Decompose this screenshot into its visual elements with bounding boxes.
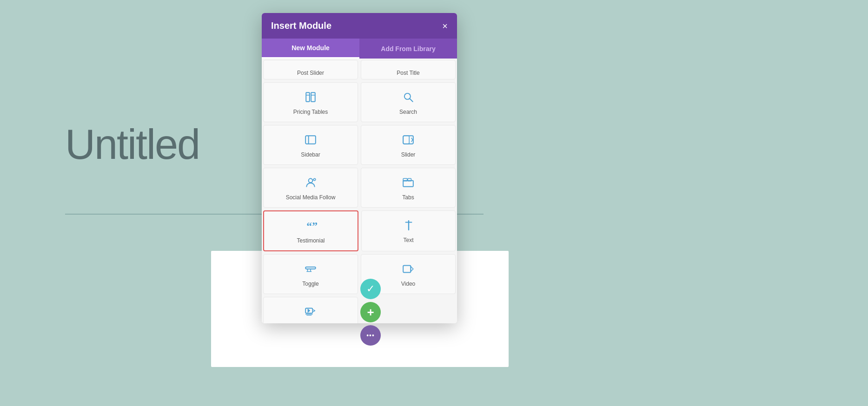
testimonial-icon: “” xyxy=(305,220,317,234)
video-icon xyxy=(402,263,414,277)
module-item-tabs[interactable]: Tabs xyxy=(361,168,456,208)
fab-container: ✓ + ••• xyxy=(360,279,381,346)
modal-tabs: New Module Add From Library xyxy=(262,39,457,59)
social-media-follow-icon xyxy=(305,177,317,190)
fab-add-button[interactable]: + xyxy=(360,302,381,322)
module-item-social-media-follow[interactable]: Social Media Follow xyxy=(263,168,358,208)
module-grid: Post Slider Post Title Pricing Tables xyxy=(262,59,457,323)
fab-more-button[interactable]: ••• xyxy=(360,325,381,346)
module-row-4: “” Testimonial Text xyxy=(262,209,457,253)
module-item-video-slider[interactable]: Video Slider xyxy=(263,297,358,323)
svg-line-5 xyxy=(410,98,413,102)
post-slider-label: Post Slider xyxy=(297,70,324,76)
module-row-2: Sidebar Slider xyxy=(262,124,457,166)
slider-label: Slider xyxy=(401,151,416,158)
svg-line-10 xyxy=(411,138,413,140)
svg-point-12 xyxy=(309,178,313,183)
testimonial-label: Testimonial xyxy=(297,237,325,244)
text-icon xyxy=(403,219,415,233)
sidebar-icon xyxy=(305,134,317,148)
pricing-tables-icon xyxy=(305,91,317,105)
toggle-icon xyxy=(305,263,317,277)
svg-text:“”: “” xyxy=(306,220,317,232)
svg-rect-6 xyxy=(305,136,316,144)
toggle-label: Toggle xyxy=(302,281,318,287)
svg-rect-15 xyxy=(403,181,413,187)
svg-marker-28 xyxy=(308,309,310,312)
module-item-sidebar[interactable]: Sidebar xyxy=(263,125,358,165)
module-item-toggle[interactable]: Toggle xyxy=(263,254,358,294)
page-title: Untitled xyxy=(65,121,199,169)
svg-line-32 xyxy=(313,311,315,312)
module-item-post-slider[interactable]: Post Slider xyxy=(263,60,358,79)
svg-rect-8 xyxy=(403,136,413,144)
svg-line-14 xyxy=(312,180,314,180)
video-slider-icon xyxy=(305,306,317,320)
svg-point-13 xyxy=(314,178,316,180)
fab-checkmark-button[interactable]: ✓ xyxy=(360,279,381,299)
tab-new-module[interactable]: New Module xyxy=(262,39,359,59)
insert-module-modal: Insert Module × New Module Add From Libr… xyxy=(262,13,457,323)
module-item-text[interactable]: Text xyxy=(361,210,456,251)
modal-title: Insert Module xyxy=(271,20,331,31)
pricing-tables-label: Pricing Tables xyxy=(293,109,328,115)
modal-close-button[interactable]: × xyxy=(442,21,448,31)
social-media-follow-label: Social Media Follow xyxy=(286,194,336,201)
module-row-partial: Post Slider Post Title xyxy=(262,59,457,81)
module-item-slider[interactable]: Slider xyxy=(361,125,456,165)
post-title-label: Post Title xyxy=(397,70,419,76)
module-row-6: Video Slider xyxy=(262,295,457,323)
video-label: Video xyxy=(401,281,415,287)
module-item-pricing-tables[interactable]: Pricing Tables xyxy=(263,82,358,122)
module-row-3: Social Media Follow Tabs xyxy=(262,166,457,209)
svg-rect-21 xyxy=(305,267,316,269)
svg-rect-1 xyxy=(311,92,315,102)
svg-rect-9 xyxy=(403,136,409,144)
sidebar-label: Sidebar xyxy=(301,151,320,158)
module-item-testimonial[interactable]: “” Testimonial xyxy=(263,210,358,251)
module-item-post-title[interactable]: Post Title xyxy=(361,60,456,79)
tabs-icon xyxy=(402,177,414,190)
module-item-search[interactable]: Search xyxy=(361,82,456,122)
search-icon xyxy=(402,91,414,105)
svg-rect-25 xyxy=(403,265,411,272)
slider-icon xyxy=(402,134,414,148)
svg-rect-0 xyxy=(306,92,310,102)
module-row-1: Pricing Tables Search xyxy=(262,81,457,124)
svg-line-11 xyxy=(411,140,413,142)
tabs-label: Tabs xyxy=(402,194,414,201)
module-row-5: Toggle Video xyxy=(262,253,457,295)
search-label: Search xyxy=(399,109,417,115)
tab-add-from-library[interactable]: Add From Library xyxy=(359,39,457,59)
modal-header: Insert Module × xyxy=(262,13,457,39)
text-label: Text xyxy=(403,237,413,243)
